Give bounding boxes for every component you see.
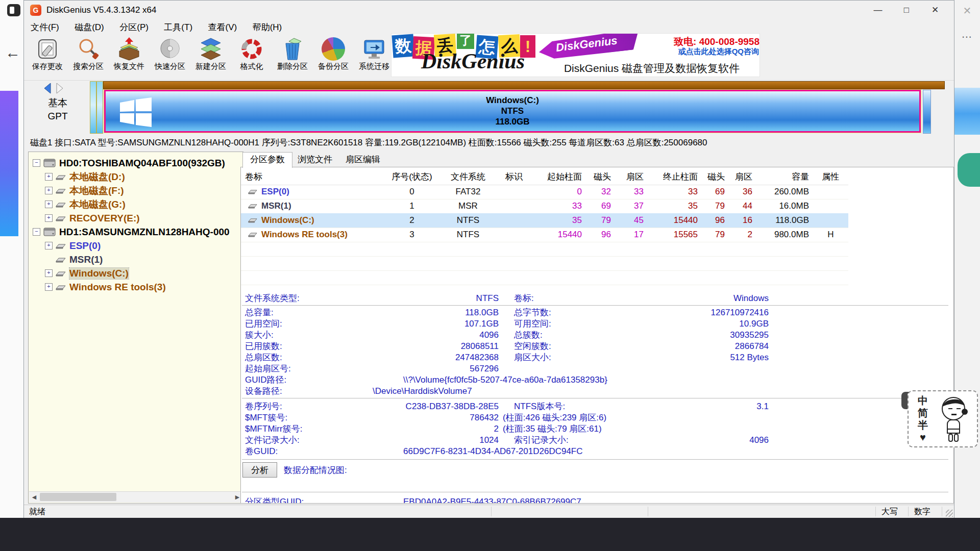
- save-changes-button[interactable]: 保存更改: [27, 36, 68, 79]
- expand-icon[interactable]: +: [45, 283, 53, 291]
- status-separator: [942, 507, 942, 516]
- partition-icon: [56, 270, 66, 277]
- tree-item-windows-c[interactable]: + Windows(C:): [29, 266, 243, 280]
- tree-item-hd0[interactable]: − HD0:TOSHIBAMQ04ABF100(932GB): [29, 156, 243, 170]
- detail-row: 簇大小:4096 总簇数:30935295: [241, 330, 950, 341]
- banner-tagline: DiskGenius 磁盘管理及数据恢复软件: [545, 61, 759, 76]
- delete-partition-button[interactable]: 删除分区: [272, 36, 313, 79]
- banner-ad[interactable]: 数 据 丢 了 怎 么 ! DiskGenius DiskGenius 致电: …: [391, 33, 760, 77]
- expand-icon[interactable]: +: [45, 214, 53, 222]
- maximize-button[interactable]: □: [892, 1, 921, 20]
- esp-partition-bar[interactable]: [90, 81, 96, 134]
- detail-row: 已用空间:107.1GB 可用空间:10.9GB: [241, 318, 950, 330]
- expand-icon[interactable]: +: [45, 242, 53, 249]
- backup-partition-button[interactable]: 备份分区: [313, 36, 354, 79]
- tab-partition-params[interactable]: 分区参数: [242, 152, 292, 168]
- menu-disk[interactable]: 磁盘(D): [68, 20, 111, 35]
- tree-item-msr[interactable]: MSR(1): [29, 253, 243, 266]
- detail-row: $MFTMirr簇号:2 (柱面:35 磁头:79 扇区:61): [241, 423, 950, 435]
- windows-c-partition-bar[interactable]: Windows(C:) NTFS 118.0GB: [104, 90, 921, 133]
- status-ready: 就绪: [29, 505, 45, 518]
- partition-icon: [56, 202, 66, 208]
- table-row[interactable]: Windows RE tools(3) 3NTFS 154409617 1556…: [241, 228, 848, 242]
- back-arrow-icon[interactable]: ←: [5, 44, 20, 61]
- expand-icon[interactable]: +: [45, 187, 53, 194]
- sogou-status-panel[interactable]: 中 简 半 ♥: [908, 390, 978, 447]
- tree-item-disk-f[interactable]: + 本地磁盘(F:): [29, 184, 243, 197]
- banner-tile: 数: [392, 34, 415, 58]
- expand-icon[interactable]: +: [45, 173, 53, 181]
- status-bar: 就绪 大写 数字: [24, 505, 954, 518]
- tree-item-hd1[interactable]: − HD1:SAMSUNGMZNLN128HAHQ-000: [29, 225, 243, 239]
- menu-partition[interactable]: 分区(P): [113, 20, 155, 35]
- menu-tools[interactable]: 工具(T): [157, 20, 199, 35]
- detail-row-device-path: 设备路径:\Device\HarddiskVolume7: [241, 386, 950, 397]
- wallpaper-teal-fragment: [958, 153, 980, 187]
- disk-nav-arrows[interactable]: [41, 82, 74, 94]
- format-button[interactable]: 格式化: [231, 36, 272, 79]
- detail-row: 总扇区数:247482368 扇区大小:512 Bytes: [241, 352, 950, 363]
- partition-icon: [248, 217, 257, 223]
- disk-icon: [43, 159, 56, 167]
- resize-grip[interactable]: [946, 510, 953, 517]
- table-row[interactable]: ESP(0) 0FAT32 03233 336936 260.0MB: [241, 185, 848, 199]
- new-partition-button[interactable]: 新建分区: [190, 36, 231, 79]
- detail-row: 起始扇区号:567296: [241, 363, 950, 374]
- recover-files-button[interactable]: 恢复文件: [109, 36, 150, 79]
- partition-icon: [56, 284, 66, 290]
- desktop-wallpaper-strip-left: [0, 91, 18, 236]
- reading-mode-icon[interactable]: [7, 4, 20, 16]
- trash-icon: [281, 37, 304, 61]
- disk-extent-bar[interactable]: [103, 81, 945, 89]
- scroll-left-icon[interactable]: ◀: [29, 492, 39, 502]
- window-title: DiskGenius V5.4.3.1342 x64: [46, 1, 156, 20]
- disk-icon: [43, 228, 56, 236]
- minimize-button[interactable]: —: [864, 1, 892, 20]
- pie-icon: [322, 37, 345, 61]
- tab-sector-edit[interactable]: 扇区编辑: [338, 153, 387, 167]
- next-disk-icon: [57, 83, 63, 93]
- analyze-button[interactable]: 分析: [242, 462, 277, 478]
- sogou-mode-chars: 中 简 半 ♥: [917, 394, 929, 443]
- toolbar: 保存更改 搜索分区 恢复文件 快速分区 新建分区 格式化: [24, 35, 954, 81]
- detail-row: $MFT簇号:786432 (柱面:426 磁头:239 扇区:6): [241, 412, 950, 423]
- tree-item-esp[interactable]: + ESP(0): [29, 239, 243, 253]
- table-row-selected[interactable]: Windows(C:) 2NTFS 357945 154409616 118.0…: [241, 213, 848, 228]
- status-separator: [875, 507, 876, 516]
- collapse-icon[interactable]: −: [33, 228, 40, 236]
- allocation-map-label: 数据分配情况图:: [284, 462, 347, 479]
- partition-name: Windows(C:): [106, 95, 919, 106]
- divider: [242, 492, 948, 492]
- divider: [242, 459, 948, 460]
- quick-partition-button[interactable]: 快速分区: [150, 36, 190, 79]
- partition-icon: [248, 203, 257, 209]
- menu-file[interactable]: 文件(F): [24, 20, 66, 35]
- table-row[interactable]: MSR(1) 1MSR 336937 357944 16.0MB: [241, 199, 848, 214]
- tree-item-winre[interactable]: + Windows RE tools(3): [29, 280, 243, 294]
- tree-item-recovery-e[interactable]: + RECOVERY(E:): [29, 211, 243, 225]
- expand-icon[interactable]: +: [45, 269, 53, 277]
- tree-item-disk-g[interactable]: + 本地磁盘(G:): [29, 197, 243, 211]
- tree-horizontal-scrollbar[interactable]: ◀ ▶: [29, 491, 242, 503]
- background-close-icon[interactable]: ✕: [959, 3, 976, 18]
- msr-partition-bar[interactable]: [96, 81, 103, 134]
- partition-icon: [56, 174, 66, 180]
- partition-icon: [248, 232, 257, 237]
- expand-icon[interactable]: +: [45, 201, 53, 208]
- close-button[interactable]: ✕: [921, 1, 949, 20]
- tab-browse-files[interactable]: 浏览文件: [290, 153, 339, 167]
- menu-dots-icon[interactable]: ⋯: [962, 31, 973, 43]
- status-separator: [908, 507, 909, 516]
- status-caps: 大写: [881, 505, 898, 518]
- search-partition-button[interactable]: 搜索分区: [68, 36, 109, 79]
- collapse-icon[interactable]: −: [33, 159, 40, 167]
- menu-view[interactable]: 查看(V): [202, 20, 244, 35]
- scrollbar-thumb[interactable]: [40, 493, 116, 501]
- tree-item-disk-d[interactable]: + 本地磁盘(D:): [29, 170, 243, 184]
- banner-qq-link[interactable]: 或点击此处选择QQ咨询: [667, 47, 759, 57]
- detail-row: 已用簇数:28068511 空闲簇数:2866784: [241, 341, 950, 352]
- system-migrate-button[interactable]: 系统迁移: [354, 36, 395, 79]
- menu-help[interactable]: 帮助(H): [246, 20, 289, 35]
- winre-partition-bar[interactable]: [923, 90, 931, 134]
- screen: ← ✕ ⋯ DiskGenius V5.4.3.1342 x64 — □ ✕ 文…: [0, 0, 980, 551]
